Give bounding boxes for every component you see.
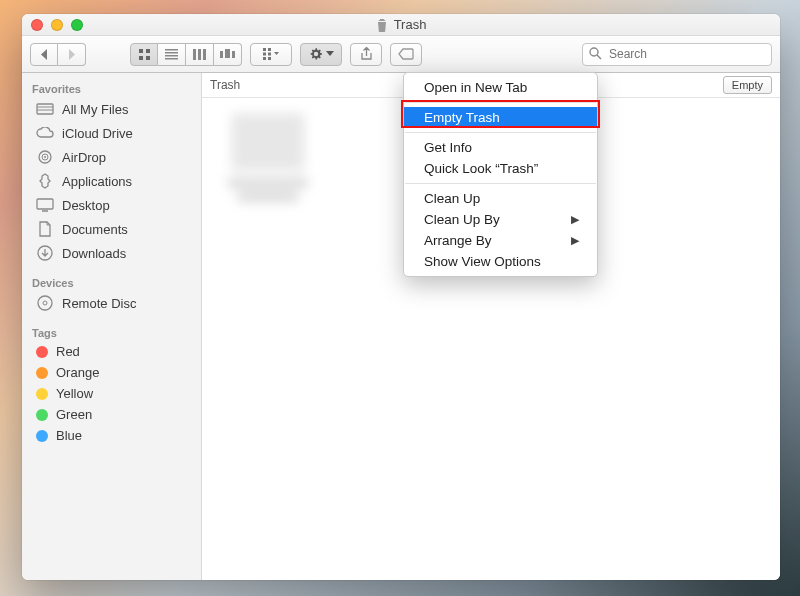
arrange-group — [250, 43, 292, 66]
sidebar-item-icloud-drive[interactable]: iCloud Drive — [22, 121, 201, 145]
toolbar — [22, 36, 780, 73]
coverflow-view-button[interactable] — [214, 43, 242, 66]
tag-dot-icon — [36, 430, 48, 442]
menu-get-info[interactable]: Get Info — [404, 137, 597, 158]
svg-rect-8 — [193, 49, 196, 60]
airdrop-icon — [36, 148, 54, 166]
menu-clean-up[interactable]: Clean Up — [404, 188, 597, 209]
menu-open-new-tab[interactable]: Open in New Tab — [404, 77, 597, 98]
svg-rect-28 — [37, 199, 53, 209]
sidebar-tag-red[interactable]: Red — [22, 341, 201, 362]
sidebar-header-favorites: Favorites — [22, 79, 201, 97]
menu-separator — [405, 183, 596, 184]
svg-point-31 — [38, 296, 52, 310]
all-my-files-icon — [36, 100, 54, 118]
minimize-window-button[interactable] — [51, 19, 63, 31]
svg-rect-18 — [268, 53, 271, 56]
sidebar-item-all-my-files[interactable]: All My Files — [22, 97, 201, 121]
sidebar: Favorites All My Files iCloud Drive AirD… — [22, 73, 202, 580]
downloads-icon — [36, 244, 54, 262]
close-window-button[interactable] — [31, 19, 43, 31]
tags-group — [390, 43, 422, 66]
location-label: Trash — [210, 78, 240, 92]
trash-icon — [376, 18, 388, 32]
titlebar[interactable]: Trash — [22, 14, 780, 36]
zoom-window-button[interactable] — [71, 19, 83, 31]
desktop-icon — [36, 196, 54, 214]
view-mode-buttons — [130, 43, 242, 66]
menu-empty-trash[interactable]: Empty Trash — [404, 107, 597, 128]
svg-rect-11 — [220, 51, 223, 58]
column-view-button[interactable] — [186, 43, 214, 66]
svg-rect-1 — [146, 49, 150, 53]
documents-icon — [36, 220, 54, 238]
tag-dot-icon — [36, 388, 48, 400]
share-button[interactable] — [350, 43, 382, 66]
svg-rect-2 — [139, 56, 143, 60]
sidebar-tag-orange[interactable]: Orange — [22, 362, 201, 383]
search-input[interactable] — [582, 43, 772, 66]
menu-arrange-by[interactable]: Arrange By▶ — [404, 230, 597, 251]
svg-point-27 — [44, 156, 46, 158]
svg-rect-9 — [198, 49, 201, 60]
svg-rect-17 — [268, 48, 271, 51]
sidebar-item-documents[interactable]: Documents — [22, 217, 201, 241]
window-title: Trash — [22, 17, 780, 32]
svg-rect-5 — [165, 52, 178, 54]
back-button[interactable] — [30, 43, 58, 66]
action-gear-button[interactable] — [300, 43, 342, 66]
empty-trash-button[interactable]: Empty — [723, 76, 772, 94]
search-field[interactable] — [582, 43, 772, 66]
file-item[interactable] — [218, 114, 318, 224]
sidebar-tag-yellow[interactable]: Yellow — [22, 383, 201, 404]
cloud-icon — [36, 124, 54, 142]
sidebar-item-downloads[interactable]: Downloads — [22, 241, 201, 265]
menu-quick-look[interactable]: Quick Look “Trash” — [404, 158, 597, 179]
sidebar-item-remote-disc[interactable]: Remote Disc — [22, 291, 201, 315]
disc-icon — [36, 294, 54, 312]
svg-point-32 — [43, 301, 47, 305]
menu-clean-up-by[interactable]: Clean Up By▶ — [404, 209, 597, 230]
list-view-button[interactable] — [158, 43, 186, 66]
action-group — [300, 43, 342, 66]
finder-window: Trash — [22, 14, 780, 580]
svg-rect-14 — [263, 48, 266, 51]
sidebar-item-desktop[interactable]: Desktop — [22, 193, 201, 217]
svg-rect-0 — [139, 49, 143, 53]
nav-buttons — [30, 43, 86, 66]
window-controls — [22, 19, 83, 31]
arrange-button[interactable] — [250, 43, 292, 66]
edit-tags-button[interactable] — [390, 43, 422, 66]
svg-rect-4 — [165, 49, 178, 51]
action-menu: Open in New Tab Empty Trash Get Info Qui… — [403, 72, 598, 277]
sidebar-header-tags: Tags — [22, 323, 201, 341]
svg-rect-7 — [165, 58, 178, 60]
sidebar-tag-green[interactable]: Green — [22, 404, 201, 425]
sidebar-item-airdrop[interactable]: AirDrop — [22, 145, 201, 169]
sidebar-item-applications[interactable]: Applications — [22, 169, 201, 193]
svg-point-20 — [590, 48, 598, 56]
menu-show-view-options[interactable]: Show View Options — [404, 251, 597, 272]
applications-icon — [36, 172, 54, 190]
sidebar-header-devices: Devices — [22, 273, 201, 291]
tag-dot-icon — [36, 409, 48, 421]
window-body: Favorites All My Files iCloud Drive AirD… — [22, 73, 780, 580]
share-group — [350, 43, 382, 66]
tag-dot-icon — [36, 346, 48, 358]
svg-rect-12 — [225, 49, 230, 58]
svg-rect-3 — [146, 56, 150, 60]
search-icon — [589, 47, 602, 60]
svg-rect-16 — [263, 57, 266, 60]
svg-rect-10 — [203, 49, 206, 60]
submenu-arrow-icon: ▶ — [571, 234, 579, 247]
tag-dot-icon — [36, 367, 48, 379]
svg-rect-15 — [263, 53, 266, 56]
svg-rect-13 — [232, 51, 235, 58]
menu-separator — [405, 102, 596, 103]
icon-view-button[interactable] — [130, 43, 158, 66]
submenu-arrow-icon: ▶ — [571, 213, 579, 226]
forward-button[interactable] — [58, 43, 86, 66]
sidebar-tag-blue[interactable]: Blue — [22, 425, 201, 446]
svg-rect-6 — [165, 55, 178, 57]
svg-line-21 — [597, 55, 601, 59]
